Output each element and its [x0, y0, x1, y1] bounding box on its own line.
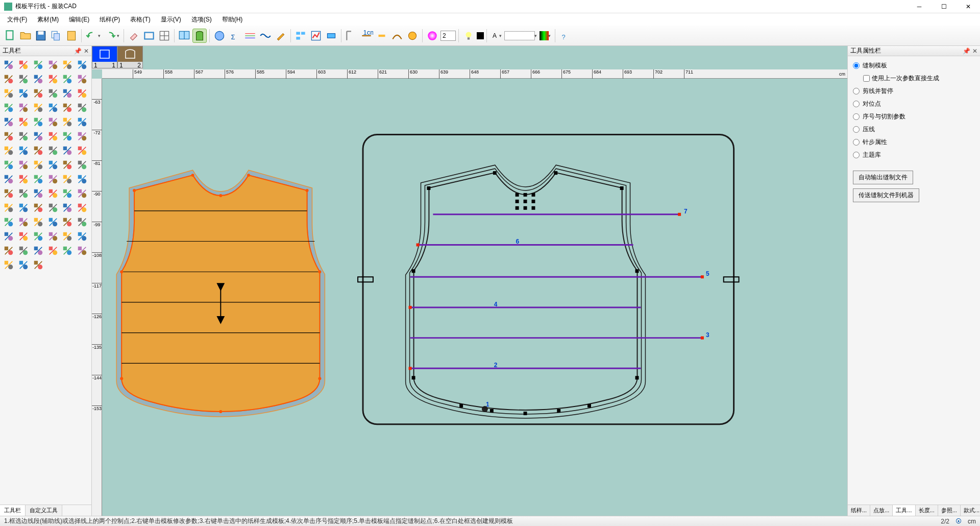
redo-dropdown-icon[interactable]: ▾: [117, 33, 119, 38]
minimize-button[interactable]: ─: [912, 2, 927, 12]
tool-glasses-icon[interactable]: [2, 101, 15, 114]
tool-shape-c-icon[interactable]: [32, 158, 45, 172]
tool-scissor-x-icon[interactable]: [32, 73, 45, 86]
tool-spray-icon[interactable]: [46, 58, 60, 71]
maximize-button[interactable]: ☐: [936, 2, 951, 12]
pin-icon[interactable]: 📌: [963, 47, 970, 55]
tool-blue3-icon[interactable]: [32, 216, 45, 229]
send-to-machine-button[interactable]: 传送缝制文件到机器: [853, 188, 919, 202]
tool-q5-icon[interactable]: [61, 230, 74, 243]
tool-grid2-icon[interactable]: [76, 144, 89, 157]
tool-home-icon[interactable]: [76, 115, 89, 129]
right-tab-3[interactable]: 长度...: [916, 505, 938, 516]
tool-rect-dot-icon[interactable]: [32, 144, 45, 157]
tool-p8-icon[interactable]: [76, 173, 89, 186]
tool-p18-icon[interactable]: [76, 201, 89, 214]
lines-icon[interactable]: [243, 29, 257, 43]
tool-p17-icon[interactable]: [61, 201, 74, 214]
radio-5[interactable]: 针步属性: [853, 138, 975, 147]
tool-q4-icon[interactable]: [46, 230, 60, 243]
window-icon[interactable]: [177, 29, 191, 43]
open-icon[interactable]: [18, 29, 33, 43]
right-tab-2[interactable]: 工具...: [893, 505, 915, 516]
menu-选项(S)[interactable]: 选项(S): [187, 14, 216, 25]
tool-blue2-icon[interactable]: [17, 216, 30, 229]
measure-icon[interactable]: [344, 29, 358, 43]
tool-p11-icon[interactable]: [61, 187, 74, 200]
tool-corner-icon[interactable]: [2, 87, 15, 100]
tool-parallel-icon[interactable]: [61, 158, 74, 172]
tool-star-icon[interactable]: [32, 101, 45, 114]
tool-zigzag-icon[interactable]: [2, 173, 15, 186]
right-tab-0[interactable]: 纸样...: [848, 505, 870, 516]
tool-cone-icon[interactable]: [46, 130, 60, 143]
canvas-area[interactable]: 1112 cm 54955856757658559460361262163063…: [92, 46, 847, 516]
tool-r1-icon[interactable]: [2, 244, 15, 257]
tool-q2-icon[interactable]: [17, 230, 30, 243]
menu-素材(M)[interactable]: 素材(M): [33, 14, 63, 25]
tool-compass-icon[interactable]: [17, 73, 30, 86]
tool-branch-icon[interactable]: [61, 73, 74, 86]
panel-close-icon[interactable]: ✕: [972, 47, 977, 55]
tool-p13-icon[interactable]: [2, 201, 15, 214]
thumbnail-1[interactable]: 12: [117, 46, 143, 68]
tool-angle-icon[interactable]: [32, 130, 45, 143]
redo-icon[interactable]: [103, 29, 117, 43]
panel-close-icon[interactable]: ✕: [84, 47, 89, 55]
menu-编辑(E)[interactable]: 编辑(E): [65, 14, 93, 25]
tool-triangle-icon[interactable]: [32, 115, 45, 129]
drawing-viewport[interactable]: 7654321: [102, 79, 847, 516]
seam-icon[interactable]: 1cm: [359, 29, 374, 43]
paste-icon[interactable]: [64, 29, 79, 43]
undo-icon[interactable]: [84, 29, 99, 43]
pin-icon[interactable]: 📌: [74, 47, 82, 55]
chart-icon[interactable]: [309, 29, 323, 43]
tool-r5-icon[interactable]: [61, 244, 74, 257]
undo-dropdown-icon[interactable]: ▾: [98, 33, 101, 38]
tool-blue1-icon[interactable]: [2, 216, 15, 229]
pattern-shape-icon[interactable]: [192, 29, 207, 43]
style-dropdown-arrow-icon[interactable]: ▾: [534, 33, 537, 38]
tool-pen-curve-icon[interactable]: [17, 58, 30, 71]
letter-dropdown-icon[interactable]: ▾: [499, 33, 502, 38]
brush-icon[interactable]: [274, 29, 288, 43]
tool-p15-icon[interactable]: [32, 201, 45, 214]
tool-pinch-icon[interactable]: [61, 115, 74, 129]
tool-p14-icon[interactable]: [17, 201, 30, 214]
tool-r2-icon[interactable]: [17, 244, 30, 257]
tool-s1-icon[interactable]: [2, 258, 15, 272]
tool-sel-icon[interactable]: [17, 187, 30, 200]
tool-node-icon[interactable]: [46, 73, 60, 86]
tool-tag-icon[interactable]: [76, 87, 89, 100]
tool-p16-icon[interactable]: [46, 201, 60, 214]
right-pattern-piece[interactable]: [406, 165, 704, 418]
tool-sketch-icon[interactable]: [61, 58, 74, 71]
save-icon[interactable]: [34, 29, 48, 43]
tool-p6-icon[interactable]: [46, 173, 60, 186]
thumbnail-0[interactable]: 11: [92, 46, 117, 68]
right-tab-1[interactable]: 点放...: [870, 505, 893, 516]
tool-grid-icon[interactable]: [17, 144, 30, 157]
color-swatch[interactable]: [477, 32, 484, 39]
tool-edit-icon[interactable]: [17, 115, 30, 129]
tool-img-icon[interactable]: [2, 187, 15, 200]
wave-icon[interactable]: [258, 29, 273, 43]
radio-1[interactable]: 剪线并暂停: [853, 87, 975, 95]
radio-3[interactable]: 序号与切割参数: [853, 112, 975, 121]
tool-ruler-icon[interactable]: [76, 101, 89, 114]
tool-square-icon[interactable]: [76, 130, 89, 143]
left-tab-1[interactable]: 自定义工具: [26, 505, 62, 516]
left-pattern-piece[interactable]: [116, 170, 325, 417]
tool-blue6-icon[interactable]: [76, 216, 89, 229]
tool-p12-icon[interactable]: [76, 187, 89, 200]
globe-icon[interactable]: [212, 29, 227, 43]
tool-blue4-icon[interactable]: [46, 216, 60, 229]
tool-r4-icon[interactable]: [46, 244, 60, 257]
close-button[interactable]: ✕: [961, 2, 976, 12]
grid-icon[interactable]: [157, 29, 172, 43]
new-icon[interactable]: [3, 29, 17, 43]
mirror-icon[interactable]: [405, 29, 420, 43]
layers-icon[interactable]: [324, 29, 338, 43]
radio-2[interactable]: 对位点: [853, 100, 975, 108]
tool-scissors-icon[interactable]: [46, 87, 60, 100]
